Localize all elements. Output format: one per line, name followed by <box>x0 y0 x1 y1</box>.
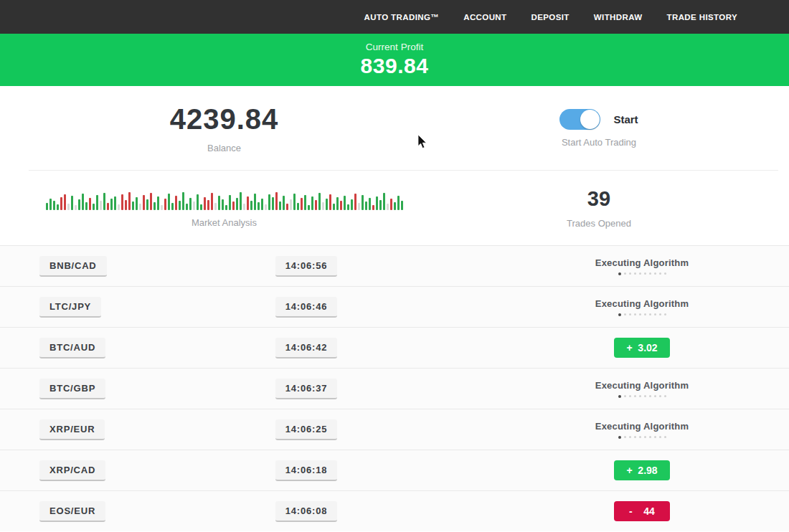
candle-bar <box>326 199 328 210</box>
candle-bar <box>53 201 55 210</box>
profit-badge: + 3.02 <box>614 338 670 358</box>
candle-bar <box>114 196 116 210</box>
pair-pill[interactable]: BNB/CAD <box>39 256 107 277</box>
candle-bar <box>136 197 138 210</box>
candle-bar <box>118 204 120 210</box>
candle-bar <box>110 199 113 210</box>
candle-bar <box>401 201 403 210</box>
candle-bar <box>96 195 98 210</box>
candle-bar <box>365 201 367 210</box>
candle-bar <box>347 204 349 210</box>
candle-bar <box>204 197 206 210</box>
pair-pill[interactable]: EOS/EUR <box>39 501 105 522</box>
candle-bar <box>250 201 252 210</box>
executing-label: Executing Algorithm <box>595 257 689 268</box>
nav-item[interactable]: WITHDRAW <box>594 13 643 22</box>
candle-bar <box>100 201 102 210</box>
candle-bar <box>125 200 127 210</box>
candle-bar <box>189 198 192 210</box>
candle-bar <box>93 204 95 210</box>
candle-bar <box>261 199 263 210</box>
candle-bar <box>121 194 123 210</box>
candle-bar <box>372 205 374 210</box>
market-analysis-label: Market Analysis <box>192 217 257 228</box>
progress-dots <box>618 436 666 439</box>
top-navbar: AUTO TRADING™ACCOUNTDEPOSITWITHDRAWTRADE… <box>0 0 789 34</box>
stats-row-balance: 4239.84 Balance Start Start Auto Trading <box>0 86 789 170</box>
mouse-cursor <box>417 135 427 149</box>
balance-block: 4239.84 Balance <box>29 86 420 170</box>
balance-label: Balance <box>207 143 241 153</box>
candle-bar <box>390 199 392 210</box>
candle-bar <box>329 194 331 210</box>
pair-pill[interactable]: BTC/GBP <box>39 379 105 399</box>
trades-opened-block: 39 Trades Opened <box>420 171 778 245</box>
candle-bar <box>49 199 52 210</box>
market-analysis-block: Market Analysis <box>29 171 420 245</box>
candle-bar <box>218 196 220 210</box>
candle-bar <box>222 199 224 210</box>
progress-dots <box>618 272 666 275</box>
candle-bar <box>82 194 84 210</box>
nav-item[interactable]: TRADE HISTORY <box>667 13 738 22</box>
candle-bar <box>139 204 141 210</box>
executing-label: Executing Algorithm <box>595 298 689 309</box>
candle-bar <box>275 192 278 210</box>
candle-bar <box>290 199 292 210</box>
auto-trading-toggle[interactable] <box>559 109 600 130</box>
candle-bar <box>362 195 364 210</box>
candle-bar <box>128 192 131 210</box>
candle-bar <box>197 194 199 210</box>
trade-status: Executing Algorithm <box>524 257 760 275</box>
table-row: XRP/CAD 14:06:18 + 2.98 <box>0 450 789 490</box>
candle-bar <box>193 201 195 210</box>
candle-bar <box>394 202 396 210</box>
trade-status: - 44 <box>524 501 760 521</box>
candle-bar <box>236 198 238 210</box>
candle-bar <box>315 200 317 210</box>
candle-bar <box>354 194 356 210</box>
time-pill: 14:06:37 <box>275 379 337 399</box>
candle-bar <box>351 199 353 210</box>
candle-bar <box>258 202 260 210</box>
candle-bar <box>383 193 385 210</box>
nav-item[interactable]: AUTO TRADING™ <box>364 13 440 22</box>
candle-bar <box>150 193 152 210</box>
candle-bar <box>60 197 62 210</box>
progress-dots <box>618 395 666 398</box>
candle-bar <box>254 194 256 210</box>
candle-bar <box>379 200 382 210</box>
balance-value: 4239.84 <box>170 103 279 136</box>
candle-bar <box>186 204 188 210</box>
table-row: BTC/AUD 14:06:42 + 3.02 <box>0 327 789 368</box>
candle-bar <box>146 199 148 210</box>
time-pill: 14:06:25 <box>275 419 337 440</box>
nav-item[interactable]: DEPOSIT <box>531 13 570 22</box>
trades-list: BNB/CAD 14:06:56 Executing Algorithm LTC… <box>0 245 789 531</box>
candle-bar <box>132 201 134 210</box>
pair-pill[interactable]: XRP/CAD <box>39 460 105 481</box>
candle-bar <box>107 203 109 210</box>
candle-bar <box>229 195 231 210</box>
candle-bar <box>240 192 242 210</box>
candle-bar <box>57 204 59 210</box>
pair-pill[interactable]: LTC/JPY <box>39 297 101 318</box>
candle-bar <box>268 194 270 210</box>
trade-status: Executing Algorithm <box>524 298 760 316</box>
pair-pill[interactable]: BTC/AUD <box>39 338 105 358</box>
toggle-state-label: Start <box>613 113 638 125</box>
candle-bar <box>265 204 267 210</box>
trades-opened-label: Trades Opened <box>567 218 631 229</box>
candle-bar <box>153 202 156 210</box>
auto-trading-block: Start Start Auto Trading <box>420 86 778 170</box>
candle-bar <box>207 200 209 210</box>
table-row: BTC/GBP 14:06:37 Executing Algorithm <box>0 368 789 409</box>
stats-row-market: Market Analysis 39 Trades Opened <box>0 171 789 245</box>
candle-bar <box>67 204 70 210</box>
candle-bar <box>75 205 77 210</box>
pair-pill[interactable]: XRP/EUR <box>39 419 105 440</box>
candle-bar <box>279 201 281 210</box>
candle-bar <box>387 204 389 210</box>
table-row: XRP/EUR 14:06:25 Executing Algorithm <box>0 409 789 450</box>
nav-item[interactable]: ACCOUNT <box>463 13 506 22</box>
